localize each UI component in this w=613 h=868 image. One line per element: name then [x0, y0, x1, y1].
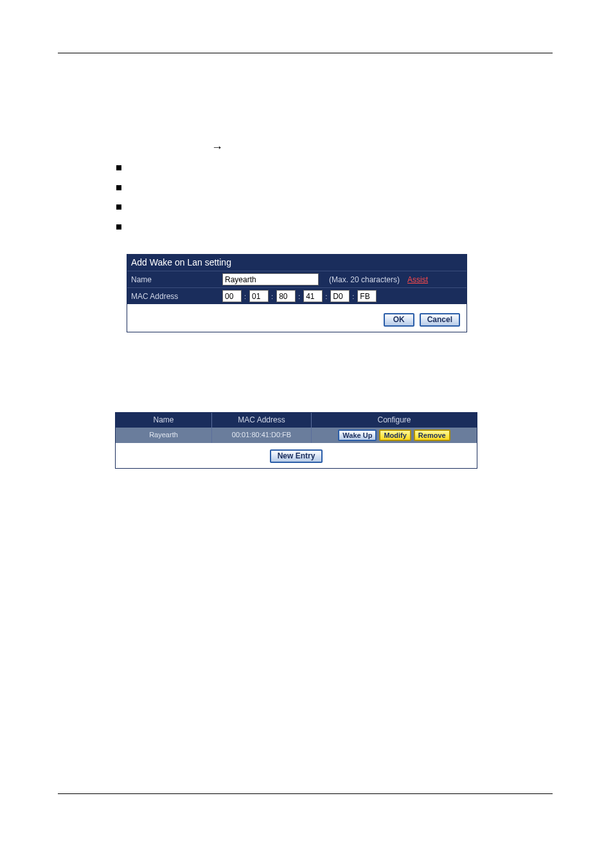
arrow-icon: → [211, 141, 223, 154]
wake-up-button[interactable]: Wake Up [338, 429, 377, 441]
form-footer: OK Cancel [127, 304, 466, 332]
bullet-icon [116, 185, 121, 190]
form-title: Add Wake on Lan setting [127, 255, 466, 271]
modify-button[interactable]: Modify [379, 429, 411, 441]
name-cell: (Max. 20 characters) Assist [222, 273, 463, 285]
mac-separator: : [243, 293, 248, 300]
wol-table: Name MAC Address Configure Rayearth 00:0… [115, 412, 477, 469]
add-wol-form: Add Wake on Lan setting Name (Max. 20 ch… [127, 254, 467, 332]
row-mac: MAC Address : : : : : [127, 287, 466, 304]
mac-input-2[interactable] [249, 290, 269, 302]
td-mac: 00:01:80:41:D0:FB [212, 428, 312, 443]
mac-input-6[interactable] [357, 290, 377, 302]
mac-label: MAC Address [131, 292, 222, 301]
mac-input-1[interactable] [222, 290, 242, 302]
name-label: Name [131, 275, 222, 284]
mac-input-3[interactable] [276, 290, 296, 302]
table-header: Name MAC Address Configure [116, 413, 477, 428]
name-hint: (Max. 20 characters) [329, 275, 400, 284]
bullet-icon [116, 204, 121, 210]
th-name: Name [116, 413, 212, 428]
mac-separator: : [297, 293, 302, 300]
td-configure: Wake Up Modify Remove [312, 428, 477, 443]
mac-input-4[interactable] [303, 290, 323, 302]
name-input[interactable] [222, 273, 319, 285]
bullet-icon [116, 224, 121, 230]
table-footer: New Entry [116, 443, 477, 468]
remove-button[interactable]: Remove [414, 429, 450, 441]
mac-separator: : [351, 293, 356, 300]
table-row: Rayearth 00:01:80:41:D0:FB Wake Up Modif… [116, 428, 477, 443]
mac-input-5[interactable] [330, 290, 350, 302]
td-name: Rayearth [116, 428, 212, 443]
row-name: Name (Max. 20 characters) Assist [127, 271, 466, 287]
ok-button[interactable]: OK [384, 313, 414, 327]
th-configure: Configure [312, 413, 477, 428]
mac-separator: : [324, 293, 329, 300]
th-mac: MAC Address [212, 413, 312, 428]
new-entry-button[interactable]: New Entry [270, 449, 323, 463]
mac-cell: : : : : : [222, 290, 463, 302]
mac-separator: : [270, 293, 275, 300]
bottom-divider [58, 793, 553, 794]
top-divider [58, 53, 553, 53]
assist-link[interactable]: Assist [407, 275, 428, 284]
cancel-button[interactable]: Cancel [420, 313, 460, 327]
bullet-icon [116, 165, 121, 170]
